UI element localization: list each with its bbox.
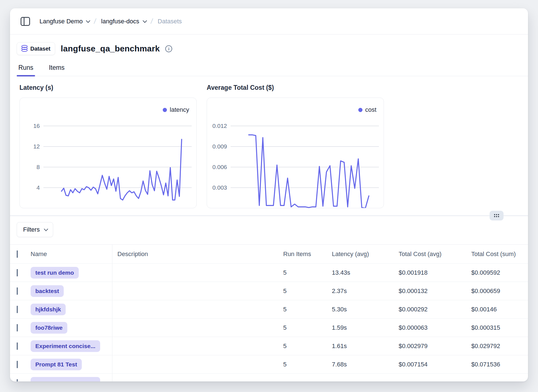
info-icon[interactable]: i <box>165 45 172 52</box>
dataset-type-badge: Dataset <box>17 42 55 55</box>
total-cost-sum-cell: $0.000315 <box>471 324 528 331</box>
table-row: Experiment concise...51.61s$0.002979$0.0… <box>10 337 528 355</box>
breadcrumb-page-label: Datasets <box>158 18 182 25</box>
cost-chart-title: Average Total Cost ($) <box>207 84 384 91</box>
breadcrumb-separator: / <box>93 17 97 26</box>
svg-text:0.009: 0.009 <box>212 143 227 150</box>
breadcrumb-org-label: Langfuse Demo <box>40 18 83 25</box>
row-checkbox-cell <box>10 324 27 331</box>
dataset-title-row: Dataset langfuse_qa_benchmark i <box>17 42 528 55</box>
run-items-cell: 5 <box>283 306 332 313</box>
tab-runs[interactable]: Runs <box>17 64 35 76</box>
breadcrumb-project-label: langfuse-docs <box>101 18 139 25</box>
row-checkbox[interactable] <box>17 269 18 276</box>
row-checkbox-cell <box>10 343 27 350</box>
column-header-name: Name <box>27 245 112 263</box>
row-checkbox[interactable] <box>17 379 18 382</box>
run-name-cell: Prompt 81 Test <box>27 355 112 373</box>
run-name-cell: foo78riwe <box>27 319 112 337</box>
column-header-run-items: Run Items <box>283 250 332 258</box>
svg-text:4: 4 <box>36 184 40 191</box>
runs-table: Name Description Run Items Latency (avg)… <box>10 244 528 381</box>
chevron-down-icon <box>86 19 90 23</box>
svg-text:0.012: 0.012 <box>212 123 227 129</box>
breadcrumb-bar: Langfuse Demo / langfuse-docs / Datasets <box>10 8 528 34</box>
dataset-badge-label: Dataset <box>30 46 50 52</box>
row-checkbox[interactable] <box>17 306 18 313</box>
total-cost-sum-cell: $0.009592 <box>471 269 528 276</box>
tab-items[interactable]: Items <box>47 64 66 76</box>
run-items-cell: 5 <box>283 361 332 368</box>
row-checkbox[interactable] <box>17 361 18 368</box>
svg-text:0.003: 0.003 <box>212 184 227 191</box>
chevron-down-icon <box>142 19 147 23</box>
row-checkbox[interactable] <box>17 287 18 295</box>
filters-button[interactable]: Filters <box>17 222 53 237</box>
table-row: hjkfdshjk55.30s$0.000292$0.00146 <box>10 300 528 319</box>
column-header-total-cost-sum: Total Cost (sum) <box>471 250 528 258</box>
breadcrumb-org[interactable]: Langfuse Demo <box>40 18 89 25</box>
svg-text:16: 16 <box>33 123 40 129</box>
svg-text:12: 12 <box>33 143 40 150</box>
column-header-latency-avg: Latency (avg) <box>332 250 399 258</box>
select-all-checkbox[interactable] <box>17 250 18 258</box>
cost-chart-block: Average Total Cost ($) cost 0.0120.0090.… <box>207 84 384 208</box>
run-name-badge[interactable]: foo78riwe <box>31 322 67 334</box>
tab-bar: Runs Items <box>17 64 528 76</box>
breadcrumb: Langfuse Demo / langfuse-docs / Datasets <box>40 17 182 26</box>
row-checkbox-cell <box>10 379 27 382</box>
cost-chart: cost 0.0120.0090.0060.003 <box>207 98 384 208</box>
total-cost-sum-cell: $0.000659 <box>471 287 528 295</box>
run-name-cell: Experiment concise... <box>27 337 112 355</box>
run-name-badge[interactable]: Experiment concise... <box>31 340 100 352</box>
run-name-badge[interactable]: test run demo <box>31 267 79 279</box>
table-row: Prompt 81 Test57.68s$0.007154$0.071536 <box>10 355 528 374</box>
table-header-row: Name Description Run Items Latency (avg)… <box>10 245 528 264</box>
total-cost-avg-cell: $0.002979 <box>399 343 471 350</box>
run-name-badge[interactable]: Prompt 81 Test <box>31 359 82 370</box>
column-header-total-cost-avg: Total Cost (avg) <box>399 250 471 258</box>
latency-chart-title: Latency (s) <box>19 84 197 91</box>
breadcrumb-project[interactable]: langfuse-docs <box>101 18 146 25</box>
row-checkbox-cell <box>10 269 27 276</box>
run-name-badge[interactable]: backtest <box>31 285 64 297</box>
latency-avg-cell: 1.59s <box>332 324 399 331</box>
latency-avg-cell: 7.68s <box>332 361 399 368</box>
total-cost-sum-cell: $0.071536 <box>471 361 528 368</box>
breadcrumb-separator: / <box>150 17 153 26</box>
row-checkbox[interactable] <box>17 343 18 350</box>
latency-avg-cell: 1.61s <box>332 343 399 350</box>
chevron-down-icon <box>44 227 48 231</box>
run-name-cell: backtest <box>27 282 112 300</box>
row-checkbox-cell <box>10 306 27 313</box>
run-name-badge[interactable]: hjkfdshjk <box>31 304 66 315</box>
svg-text:0.006: 0.006 <box>212 164 227 170</box>
total-cost-avg-cell: $0.001918 <box>399 269 471 276</box>
column-header-description: Description <box>112 250 283 258</box>
run-name-cell: hjkfdshjk <box>27 300 112 318</box>
drag-dots-icon <box>494 214 499 217</box>
run-name-cell: test run demo <box>27 264 112 282</box>
latency-chart-block: Latency (s) latency 161284 <box>19 84 197 208</box>
resize-handle[interactable] <box>490 211 504 220</box>
latency-avg-cell: 13.43s <box>332 269 399 276</box>
total-cost-avg-cell: $0.007154 <box>399 361 471 368</box>
row-checkbox-cell <box>10 361 27 368</box>
latency-avg-cell: 5.30s <box>332 306 399 313</box>
main-card: Langfuse Demo / langfuse-docs / Datasets… <box>10 8 528 381</box>
svg-text:8: 8 <box>36 164 40 170</box>
table-row: backtest52.37s$0.000132$0.000659 <box>10 282 528 300</box>
sidebar-toggle-icon[interactable] <box>21 17 30 26</box>
breadcrumb-page[interactable]: Datasets <box>158 18 182 25</box>
run-name-badge[interactable] <box>31 377 100 381</box>
table-body: test run demo513.43s$0.001918$0.009592ba… <box>10 264 528 381</box>
row-checkbox[interactable] <box>17 324 18 331</box>
table-row: foo78riwe51.59s$0.000063$0.000315 <box>10 319 528 337</box>
section-divider <box>10 215 528 216</box>
table-row <box>10 374 528 381</box>
run-items-cell: 5 <box>283 324 332 331</box>
total-cost-avg-cell: $0.000292 <box>399 306 471 313</box>
run-name-cell <box>27 374 112 381</box>
total-cost-sum-cell: $0.00146 <box>471 306 528 313</box>
run-items-cell: 5 <box>283 343 332 350</box>
